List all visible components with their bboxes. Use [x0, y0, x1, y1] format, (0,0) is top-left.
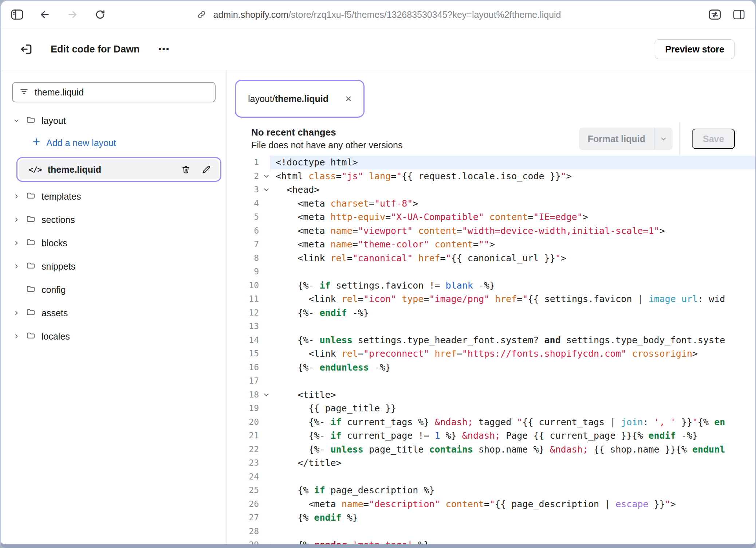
code-line[interactable]: 15 <link rel="preconnect" href="https://…: [227, 347, 755, 361]
code-line[interactable]: 14 {%- unless settings.type_header_font.…: [227, 333, 755, 347]
code-line[interactable]: 25 {% if page_description %}: [227, 484, 755, 497]
more-options-icon[interactable]: ⋯: [156, 43, 172, 55]
folder-label: config: [42, 285, 66, 295]
format-liquid-button[interactable]: Format liquid: [579, 128, 673, 150]
code-line[interactable]: 20 {%- if current_tags %} &ndash; tagged…: [227, 415, 755, 429]
exit-code-editor-button[interactable]: [19, 42, 34, 57]
url-path: /store/rzq1xu-f5/themes/132683530345?key…: [288, 9, 561, 20]
search-input[interactable]: [35, 87, 208, 98]
code-line[interactable]: 28: [227, 525, 755, 539]
chevron-right-icon[interactable]: [13, 333, 20, 340]
sidebar-item-theme-liquid[interactable]: </> theme.liquid: [19, 160, 219, 179]
code-text: <link rel="icon" type="image/png" href="…: [270, 292, 755, 306]
save-button[interactable]: Save: [692, 129, 735, 149]
address-bar[interactable]: admin.shopify.com/store/rzq1xu-f5/themes…: [195, 8, 561, 21]
code-file-icon: </>: [28, 165, 42, 174]
line-number: 13: [227, 320, 270, 333]
file-actions: [180, 164, 212, 175]
chevron-right-icon[interactable]: [13, 216, 20, 223]
chevron-right-icon[interactable]: [13, 193, 20, 200]
code-line[interactable]: 4 <meta charset="utf-8">: [227, 197, 755, 211]
reload-icon[interactable]: [94, 8, 107, 21]
code-text: </title>: [270, 456, 755, 470]
sidebar-item-templates[interactable]: templates: [1, 185, 227, 208]
code-text: <!doctype html>: [270, 156, 755, 169]
code-line[interactable]: 18 <title>: [227, 388, 755, 402]
chevron-right-icon[interactable]: [13, 263, 20, 270]
sidebar-item-assets[interactable]: assets: [1, 301, 227, 325]
tab-theme-liquid[interactable]: layout/theme.liquid ×: [238, 83, 362, 115]
code-text: [270, 374, 755, 388]
sidebar-item-sections[interactable]: sections: [1, 208, 227, 231]
sidebar-item-layout[interactable]: layout: [1, 109, 227, 132]
folder-label: templates: [42, 191, 81, 202]
delete-file-icon[interactable]: [180, 164, 191, 175]
code-line[interactable]: 9: [227, 265, 755, 279]
code-line[interactable]: 24: [227, 470, 755, 484]
code-text: [270, 470, 755, 484]
code-text: {%- if current_tags %} &ndash; tagged "{…: [270, 415, 755, 429]
line-number: 14: [227, 333, 270, 347]
code-line[interactable]: 26 <meta name="description" content="{{ …: [227, 497, 755, 511]
sidebar-item-snippets[interactable]: snippets: [1, 255, 227, 278]
code-line[interactable]: 3 <head>: [227, 183, 755, 197]
preview-store-button[interactable]: Preview store: [655, 39, 735, 59]
chevron-right-icon[interactable]: [13, 240, 20, 246]
code-line[interactable]: 29 {% render 'meta-tags' %}: [227, 538, 755, 544]
code-editor[interactable]: 1<!doctype html>2<html class="js" lang="…: [227, 156, 755, 544]
page-title: Edit code for Dawn: [51, 44, 140, 55]
add-new-layout-link[interactable]: Add a new layout: [1, 132, 227, 153]
selected-file-highlight-ring: </> theme.liquid: [16, 157, 221, 182]
code-line[interactable]: 27 {% endif %}: [227, 511, 755, 525]
code-line[interactable]: 12 {%- endif -%}: [227, 306, 755, 320]
code-text: {%- if current_page != 1 %} &ndash; Page…: [270, 429, 755, 443]
code-line[interactable]: 22 {%- unless page_title contains shop.n…: [227, 443, 755, 457]
folder-label: snippets: [42, 261, 75, 272]
line-number: 1: [227, 156, 270, 169]
rename-file-icon[interactable]: [201, 164, 212, 175]
sidebar-item-locales[interactable]: locales: [1, 325, 227, 348]
file-search-box[interactable]: [12, 82, 216, 102]
code-line[interactable]: 19 {{ page_title }}: [227, 402, 755, 415]
chevron-right-icon[interactable]: [13, 310, 20, 316]
code-line[interactable]: 11 <link rel="icon" type="image/png" hre…: [227, 292, 755, 306]
split-view-icon[interactable]: [732, 8, 745, 21]
code-line[interactable]: 7 <meta name="theme-color" content="">: [227, 238, 755, 251]
fold-chevron-icon[interactable]: [264, 187, 269, 191]
code-line[interactable]: 21 {%- if current_page != 1 %} &ndash; P…: [227, 429, 755, 443]
forward-icon[interactable]: [66, 8, 79, 21]
code-line[interactable]: 10 {%- if settings.favicon != blank -%}: [227, 279, 755, 293]
folder-label: assets: [42, 308, 68, 318]
exit-icon: [20, 43, 33, 56]
code-line[interactable]: 23 </title>: [227, 456, 755, 470]
sidebar-item-blocks[interactable]: blocks: [1, 231, 227, 255]
back-icon[interactable]: [38, 8, 51, 21]
line-number: 23: [227, 456, 270, 470]
folder-label: blocks: [42, 238, 67, 248]
fold-chevron-icon[interactable]: [264, 392, 269, 396]
code-line[interactable]: 1<!doctype html>: [227, 156, 755, 169]
code-line[interactable]: 2<html class="js" lang="{{ request.local…: [227, 169, 755, 183]
chevron-down-icon[interactable]: [13, 117, 20, 124]
folder-icon: [26, 330, 36, 342]
code-text: {%- unless page_title contains shop.name…: [270, 443, 755, 457]
code-line[interactable]: 17: [227, 374, 755, 388]
code-line[interactable]: 6 <meta name="viewport" content="width=d…: [227, 224, 755, 238]
code-line[interactable]: 16 {%- endunless -%}: [227, 361, 755, 375]
format-dropdown-chevron-icon[interactable]: [654, 128, 673, 150]
code-text: <meta name="viewport" content="width=dev…: [270, 224, 755, 238]
folder-icon: [26, 214, 36, 226]
close-tab-icon[interactable]: ×: [345, 93, 352, 104]
line-number: 17: [227, 374, 270, 388]
folder-icon: [26, 115, 36, 127]
app-header: Edit code for Dawn ⋯ Preview store: [1, 28, 755, 70]
fold-chevron-icon[interactable]: [264, 173, 269, 178]
code-line[interactable]: 5 <meta http-equiv="X-UA-Compatible" con…: [227, 210, 755, 224]
code-line[interactable]: 13: [227, 320, 755, 333]
browser-extension-icon[interactable]: [708, 8, 721, 21]
sidebar-toggle-icon[interactable]: [11, 8, 24, 21]
code-text: <meta charset="utf-8">: [270, 197, 755, 211]
code-line[interactable]: 8 <link rel="canonical" href="{{ canonic…: [227, 251, 755, 265]
sidebar-item-config[interactable]: config: [1, 278, 227, 301]
code-text: {%- endunless -%}: [270, 361, 755, 375]
